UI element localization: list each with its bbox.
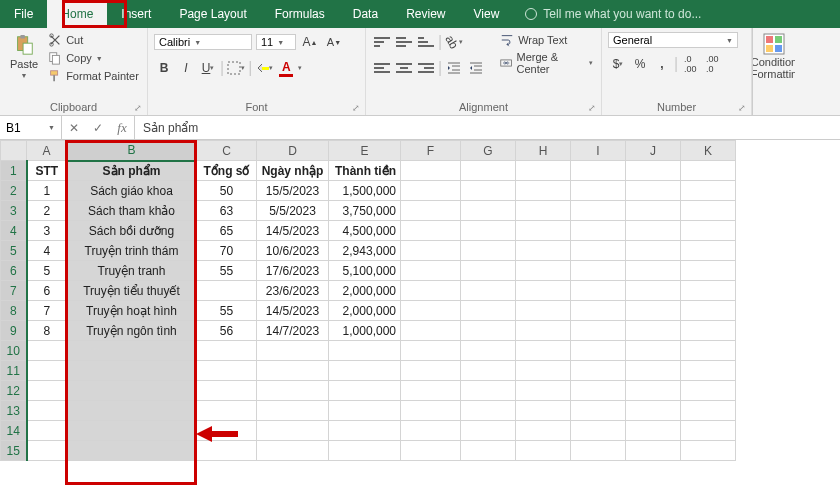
cell-A10[interactable] <box>27 341 67 361</box>
column-header-E[interactable]: E <box>329 141 401 161</box>
comma-format-button[interactable]: , <box>652 54 672 74</box>
cell-I2[interactable] <box>571 181 626 201</box>
tab-file[interactable]: File <box>0 0 47 28</box>
align-center-button[interactable] <box>394 58 414 78</box>
cell-D1[interactable]: Ngày nhập <box>257 161 329 181</box>
cell-K11[interactable] <box>681 361 736 381</box>
cell-A11[interactable] <box>27 361 67 381</box>
align-top-button[interactable] <box>372 32 392 52</box>
cell-F3[interactable] <box>401 201 461 221</box>
cell-A4[interactable]: 3 <box>27 221 67 241</box>
cell-J2[interactable] <box>626 181 681 201</box>
cell-I10[interactable] <box>571 341 626 361</box>
row-header-11[interactable]: 11 <box>1 361 27 381</box>
cell-H14[interactable] <box>516 421 571 441</box>
cell-I4[interactable] <box>571 221 626 241</box>
cell-H15[interactable] <box>516 441 571 461</box>
cell-C7[interactable] <box>197 281 257 301</box>
row-header-15[interactable]: 15 <box>1 441 27 461</box>
tab-view[interactable]: View <box>460 0 514 28</box>
cell-A3[interactable]: 2 <box>27 201 67 221</box>
cell-B9[interactable]: Truyện ngôn tình <box>67 321 197 341</box>
cell-H1[interactable] <box>516 161 571 181</box>
cell-A9[interactable]: 8 <box>27 321 67 341</box>
cell-I7[interactable] <box>571 281 626 301</box>
enter-formula-button[interactable]: ✓ <box>86 121 110 135</box>
cell-K2[interactable] <box>681 181 736 201</box>
cell-B2[interactable]: Sách giáo khoa <box>67 181 197 201</box>
cell-C6[interactable]: 55 <box>197 261 257 281</box>
cell-B15[interactable] <box>67 441 197 461</box>
launcher-icon[interactable]: ⤢ <box>351 103 361 113</box>
cell-K4[interactable] <box>681 221 736 241</box>
column-header-B[interactable]: B <box>67 141 197 161</box>
cell-C8[interactable]: 55 <box>197 301 257 321</box>
select-all-corner[interactable] <box>1 141 27 161</box>
cell-B1[interactable]: Sản phẩm <box>67 161 197 181</box>
cell-G5[interactable] <box>461 241 516 261</box>
cell-A6[interactable]: 5 <box>27 261 67 281</box>
column-header-H[interactable]: H <box>516 141 571 161</box>
cell-D15[interactable] <box>257 441 329 461</box>
cell-F14[interactable] <box>401 421 461 441</box>
cell-F15[interactable] <box>401 441 461 461</box>
bold-button[interactable]: B <box>154 58 174 78</box>
italic-button[interactable]: I <box>176 58 196 78</box>
cell-D5[interactable]: 10/6/2023 <box>257 241 329 261</box>
cell-F7[interactable] <box>401 281 461 301</box>
cell-A14[interactable] <box>27 421 67 441</box>
cell-I12[interactable] <box>571 381 626 401</box>
fill-color-button[interactable]: ▾ <box>254 58 274 78</box>
cell-K6[interactable] <box>681 261 736 281</box>
increase-decimal-button[interactable]: .0.00 <box>680 54 700 74</box>
row-header-5[interactable]: 5 <box>1 241 27 261</box>
launcher-icon[interactable]: ⤢ <box>133 103 143 113</box>
cell-K9[interactable] <box>681 321 736 341</box>
formula-input[interactable]: Sản phẩm <box>135 116 840 139</box>
cell-K1[interactable] <box>681 161 736 181</box>
row-header-6[interactable]: 6 <box>1 261 27 281</box>
cell-G2[interactable] <box>461 181 516 201</box>
cell-F6[interactable] <box>401 261 461 281</box>
cell-J10[interactable] <box>626 341 681 361</box>
column-header-A[interactable]: A <box>27 141 67 161</box>
cell-G8[interactable] <box>461 301 516 321</box>
cell-G10[interactable] <box>461 341 516 361</box>
column-header-J[interactable]: J <box>626 141 681 161</box>
cell-J5[interactable] <box>626 241 681 261</box>
cell-E14[interactable] <box>329 421 401 441</box>
tab-page-layout[interactable]: Page Layout <box>165 0 260 28</box>
column-header-F[interactable]: F <box>401 141 461 161</box>
tab-insert[interactable]: Insert <box>107 0 165 28</box>
cell-I9[interactable] <box>571 321 626 341</box>
cell-F13[interactable] <box>401 401 461 421</box>
cell-H3[interactable] <box>516 201 571 221</box>
cell-C13[interactable] <box>197 401 257 421</box>
cell-I15[interactable] <box>571 441 626 461</box>
cell-D10[interactable] <box>257 341 329 361</box>
cell-J13[interactable] <box>626 401 681 421</box>
align-right-button[interactable] <box>416 58 436 78</box>
cell-C11[interactable] <box>197 361 257 381</box>
cell-D14[interactable] <box>257 421 329 441</box>
launcher-icon[interactable]: ⤢ <box>737 103 747 113</box>
cell-C4[interactable]: 65 <box>197 221 257 241</box>
cell-C9[interactable]: 56 <box>197 321 257 341</box>
cell-J8[interactable] <box>626 301 681 321</box>
orientation-button[interactable]: ab▾ <box>444 32 464 52</box>
cell-J6[interactable] <box>626 261 681 281</box>
cell-J3[interactable] <box>626 201 681 221</box>
font-color-button[interactable]: A <box>276 58 296 78</box>
cell-E13[interactable] <box>329 401 401 421</box>
cell-H10[interactable] <box>516 341 571 361</box>
paste-button[interactable]: Paste ▼ <box>6 32 42 81</box>
cell-E10[interactable] <box>329 341 401 361</box>
cell-E15[interactable] <box>329 441 401 461</box>
cell-G7[interactable] <box>461 281 516 301</box>
row-header-14[interactable]: 14 <box>1 421 27 441</box>
cell-F8[interactable] <box>401 301 461 321</box>
column-header-I[interactable]: I <box>571 141 626 161</box>
increase-font-button[interactable]: A▲ <box>300 32 320 52</box>
row-header-13[interactable]: 13 <box>1 401 27 421</box>
cell-H2[interactable] <box>516 181 571 201</box>
